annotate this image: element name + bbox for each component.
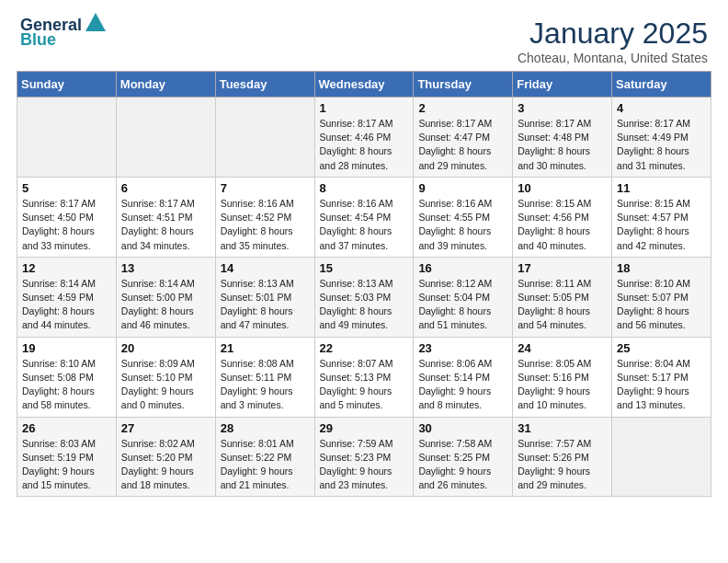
day-number: 1 (320, 101, 409, 115)
day-cell: 15Sunrise: 8:13 AM Sunset: 5:03 PM Dayli… (314, 257, 414, 337)
day-info: Sunrise: 8:11 AM Sunset: 5:05 PM Dayligh… (518, 277, 607, 333)
day-number: 13 (121, 261, 210, 275)
day-cell: 17Sunrise: 8:11 AM Sunset: 5:05 PM Dayli… (513, 257, 612, 337)
day-cell: 16Sunrise: 8:12 AM Sunset: 5:04 PM Dayli… (414, 257, 513, 337)
week-row-1: 5Sunrise: 8:17 AM Sunset: 4:50 PM Daylig… (17, 177, 711, 257)
day-cell: 29Sunrise: 7:59 AM Sunset: 5:23 PM Dayli… (314, 417, 414, 497)
day-cell: 25Sunrise: 8:04 AM Sunset: 5:17 PM Dayli… (612, 337, 711, 417)
calendar-header: SundayMondayTuesdayWednesdayThursdayFrid… (17, 72, 711, 98)
week-row-2: 12Sunrise: 8:14 AM Sunset: 4:59 PM Dayli… (17, 257, 711, 337)
day-cell: 27Sunrise: 8:02 AM Sunset: 5:20 PM Dayli… (116, 417, 215, 497)
logo-text-blue: Blue (20, 31, 56, 50)
day-cell: 20Sunrise: 8:09 AM Sunset: 5:10 PM Dayli… (116, 337, 215, 417)
day-info: Sunrise: 8:04 AM Sunset: 5:17 PM Dayligh… (617, 357, 706, 413)
day-info: Sunrise: 8:14 AM Sunset: 4:59 PM Dayligh… (22, 277, 111, 333)
day-cell: 21Sunrise: 8:08 AM Sunset: 5:11 PM Dayli… (215, 337, 314, 417)
day-number: 12 (22, 261, 111, 275)
day-cell: 26Sunrise: 8:03 AM Sunset: 5:19 PM Dayli… (17, 417, 117, 497)
day-number: 5 (22, 181, 111, 195)
day-cell: 19Sunrise: 8:10 AM Sunset: 5:08 PM Dayli… (17, 337, 117, 417)
day-info: Sunrise: 8:17 AM Sunset: 4:50 PM Dayligh… (22, 197, 111, 253)
day-number: 21 (221, 341, 310, 355)
day-cell: 6Sunrise: 8:17 AM Sunset: 4:51 PM Daylig… (116, 177, 215, 257)
day-number: 26 (22, 421, 111, 435)
day-number: 4 (617, 101, 706, 115)
calendar-table: SundayMondayTuesdayWednesdayThursdayFrid… (17, 71, 711, 497)
day-cell: 2Sunrise: 8:17 AM Sunset: 4:47 PM Daylig… (414, 98, 513, 178)
day-number: 24 (518, 341, 607, 355)
day-info: Sunrise: 8:17 AM Sunset: 4:49 PM Dayligh… (617, 117, 706, 173)
day-number: 17 (518, 261, 607, 275)
header-cell-sunday: Sunday (17, 72, 117, 98)
header-row: SundayMondayTuesdayWednesdayThursdayFrid… (17, 72, 711, 98)
day-cell: 28Sunrise: 8:01 AM Sunset: 5:22 PM Dayli… (215, 417, 314, 497)
day-cell: 13Sunrise: 8:14 AM Sunset: 5:00 PM Dayli… (116, 257, 215, 337)
day-cell: 9Sunrise: 8:16 AM Sunset: 4:55 PM Daylig… (414, 177, 513, 257)
svg-marker-0 (85, 13, 106, 31)
day-number: 29 (320, 421, 409, 435)
day-number: 11 (617, 181, 706, 195)
day-info: Sunrise: 8:03 AM Sunset: 5:19 PM Dayligh… (22, 437, 111, 493)
day-cell: 10Sunrise: 8:15 AM Sunset: 4:56 PM Dayli… (513, 177, 612, 257)
day-info: Sunrise: 8:17 AM Sunset: 4:46 PM Dayligh… (320, 117, 409, 173)
day-info: Sunrise: 8:17 AM Sunset: 4:47 PM Dayligh… (418, 117, 507, 173)
day-number: 15 (320, 261, 409, 275)
day-number: 10 (518, 181, 607, 195)
header-cell-tuesday: Tuesday (215, 72, 314, 98)
logo-icon (85, 13, 106, 31)
day-cell: 31Sunrise: 7:57 AM Sunset: 5:26 PM Dayli… (513, 417, 612, 497)
day-number: 23 (418, 341, 507, 355)
day-info: Sunrise: 8:05 AM Sunset: 5:16 PM Dayligh… (518, 357, 607, 413)
header-cell-friday: Friday (513, 72, 612, 98)
week-row-0: 1Sunrise: 8:17 AM Sunset: 4:46 PM Daylig… (17, 98, 711, 178)
day-info: Sunrise: 8:12 AM Sunset: 5:04 PM Dayligh… (418, 277, 507, 333)
day-info: Sunrise: 8:15 AM Sunset: 4:56 PM Dayligh… (518, 197, 607, 253)
day-info: Sunrise: 8:07 AM Sunset: 5:13 PM Dayligh… (320, 357, 409, 413)
day-info: Sunrise: 8:01 AM Sunset: 5:22 PM Dayligh… (221, 437, 310, 493)
day-cell: 30Sunrise: 7:58 AM Sunset: 5:25 PM Dayli… (414, 417, 513, 497)
logo: General Blue (20, 17, 106, 50)
day-cell: 23Sunrise: 8:06 AM Sunset: 5:14 PM Dayli… (414, 337, 513, 417)
day-number: 14 (221, 261, 310, 275)
day-cell: 22Sunrise: 8:07 AM Sunset: 5:13 PM Dayli… (314, 337, 414, 417)
day-number: 8 (320, 181, 409, 195)
day-number: 28 (221, 421, 310, 435)
month-title: January 2025 (518, 17, 708, 51)
day-cell: 7Sunrise: 8:16 AM Sunset: 4:52 PM Daylig… (215, 177, 314, 257)
day-info: Sunrise: 8:13 AM Sunset: 5:01 PM Dayligh… (221, 277, 310, 333)
week-row-4: 26Sunrise: 8:03 AM Sunset: 5:19 PM Dayli… (17, 417, 711, 497)
day-number: 27 (121, 421, 210, 435)
day-cell: 12Sunrise: 8:14 AM Sunset: 4:59 PM Dayli… (17, 257, 117, 337)
day-cell: 14Sunrise: 8:13 AM Sunset: 5:01 PM Dayli… (215, 257, 314, 337)
header-cell-monday: Monday (116, 72, 215, 98)
header-cell-saturday: Saturday (612, 72, 711, 98)
day-number: 19 (22, 341, 111, 355)
day-cell: 1Sunrise: 8:17 AM Sunset: 4:46 PM Daylig… (314, 98, 414, 178)
day-info: Sunrise: 7:58 AM Sunset: 5:25 PM Dayligh… (418, 437, 507, 493)
page-header: General Blue January 2025 Choteau, Monta… (9, 9, 719, 71)
day-info: Sunrise: 8:10 AM Sunset: 5:07 PM Dayligh… (617, 277, 706, 333)
day-number: 2 (418, 101, 507, 115)
day-number: 6 (121, 181, 210, 195)
day-cell: 3Sunrise: 8:17 AM Sunset: 4:48 PM Daylig… (513, 98, 612, 178)
day-number: 25 (617, 341, 706, 355)
day-info: Sunrise: 8:16 AM Sunset: 4:52 PM Dayligh… (221, 197, 310, 253)
day-cell (612, 417, 711, 497)
day-number: 16 (418, 261, 507, 275)
day-number: 9 (418, 181, 507, 195)
day-info: Sunrise: 8:17 AM Sunset: 4:48 PM Dayligh… (518, 117, 607, 173)
day-cell: 18Sunrise: 8:10 AM Sunset: 5:07 PM Dayli… (612, 257, 711, 337)
day-number: 31 (518, 421, 607, 435)
day-number: 7 (221, 181, 310, 195)
day-number: 3 (518, 101, 607, 115)
day-info: Sunrise: 8:16 AM Sunset: 4:55 PM Dayligh… (418, 197, 507, 253)
day-cell (116, 98, 215, 178)
day-info: Sunrise: 8:08 AM Sunset: 5:11 PM Dayligh… (221, 357, 310, 413)
title-block: January 2025 Choteau, Montana, United St… (518, 17, 708, 65)
day-number: 18 (617, 261, 706, 275)
header-cell-wednesday: Wednesday (314, 72, 414, 98)
week-row-3: 19Sunrise: 8:10 AM Sunset: 5:08 PM Dayli… (17, 337, 711, 417)
day-number: 30 (418, 421, 507, 435)
day-number: 20 (121, 341, 210, 355)
location: Choteau, Montana, United States (518, 51, 708, 65)
